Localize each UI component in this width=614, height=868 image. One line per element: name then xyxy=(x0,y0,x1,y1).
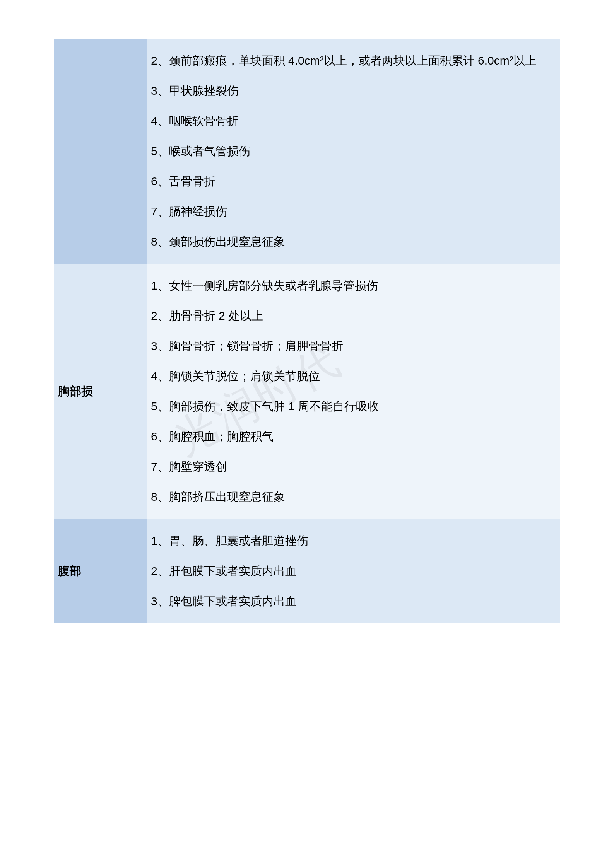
table-row-neck: 2、颈前部瘢痕，单块面积 4.0cm²以上，或者两块以上面积累计 6.0cm²以… xyxy=(54,39,560,264)
category-label: 胸部损 xyxy=(58,385,93,397)
table-row-abdomen: 腹部 1、胃、肠、胆囊或者胆道挫伤 2、肝包膜下或者实质内出血 3、脾包膜下或者… xyxy=(54,519,560,623)
list-item: 1、女性一侧乳房部分缺失或者乳腺导管损伤 xyxy=(151,271,552,301)
list-item: 8、胸部挤压出现窒息征象 xyxy=(151,482,552,512)
list-item: 3、脾包膜下或者实质内出血 xyxy=(151,586,552,616)
list-item: 3、胸骨骨折；锁骨骨折；肩胛骨骨折 xyxy=(151,331,552,361)
table-row-chest: 胸部损 1、女性一侧乳房部分缺失或者乳腺导管损伤 2、肋骨骨折 2 处以上 3、… xyxy=(54,264,560,519)
items-cell-chest: 1、女性一侧乳房部分缺失或者乳腺导管损伤 2、肋骨骨折 2 处以上 3、胸骨骨折… xyxy=(147,264,560,519)
injury-table: 2、颈前部瘢痕，单块面积 4.0cm²以上，或者两块以上面积累计 6.0cm²以… xyxy=(54,39,560,623)
list-item: 4、咽喉软骨骨折 xyxy=(151,106,552,136)
list-item: 5、喉或者气管损伤 xyxy=(151,136,552,166)
list-item: 6、舌骨骨折 xyxy=(151,166,552,196)
category-cell-neck xyxy=(54,39,147,264)
list-item: 5、胸部损伤，致皮下气肿 1 周不能自行吸收 xyxy=(151,391,552,421)
list-item: 7、膈神经损伤 xyxy=(151,196,552,227)
list-item: 6、胸腔积血；胸腔积气 xyxy=(151,421,552,452)
list-item: 4、胸锁关节脱位；肩锁关节脱位 xyxy=(151,361,552,391)
list-item: 1、胃、肠、胆囊或者胆道挫伤 xyxy=(151,526,552,556)
document-page: 光润时代 2、颈前部瘢痕，单块面积 4.0cm²以上，或者两块以上面积累计 6.… xyxy=(0,0,614,868)
items-cell-neck: 2、颈前部瘢痕，单块面积 4.0cm²以上，或者两块以上面积累计 6.0cm²以… xyxy=(147,39,560,264)
category-label: 腹部 xyxy=(58,564,81,577)
list-item: 2、肋骨骨折 2 处以上 xyxy=(151,301,552,331)
list-item: 3、甲状腺挫裂伤 xyxy=(151,76,552,106)
list-item: 2、颈前部瘢痕，单块面积 4.0cm²以上，或者两块以上面积累计 6.0cm²以… xyxy=(151,46,552,76)
list-item: 7、胸壁穿透创 xyxy=(151,452,552,482)
list-item: 8、颈部损伤出现窒息征象 xyxy=(151,227,552,257)
items-cell-abdomen: 1、胃、肠、胆囊或者胆道挫伤 2、肝包膜下或者实质内出血 3、脾包膜下或者实质内… xyxy=(147,519,560,623)
list-item: 2、肝包膜下或者实质内出血 xyxy=(151,556,552,586)
category-cell-chest: 胸部损 xyxy=(54,264,147,519)
category-cell-abdomen: 腹部 xyxy=(54,519,147,623)
